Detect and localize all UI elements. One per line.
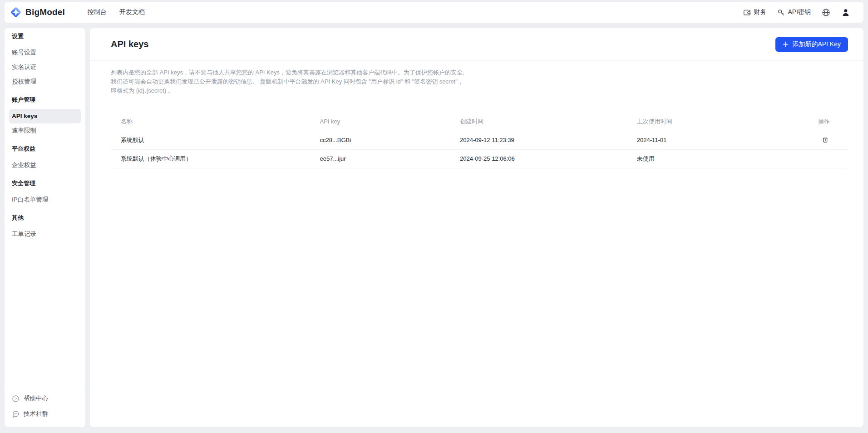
help-center-link[interactable]: ? 帮助中心 (5, 391, 85, 406)
actions-cell (789, 131, 848, 149)
key-name-cell: 系统默认 (111, 131, 310, 149)
help-icon: ? (12, 395, 20, 403)
sidebar-group-title: 设置 (5, 32, 85, 41)
sidebar-item-realname-auth[interactable]: 实名认证 (9, 60, 81, 74)
last-used-cell: 未使用 (627, 149, 789, 168)
api-keys-table: 名称 API key 创建时间 上次使用时间 操作 系统默认 cc28...BG… (111, 113, 848, 168)
top-nav: 控制台 开发文档 (88, 8, 145, 16)
table-row: 系统默认（体验中心调用） ee57...ijur 2024-09-25 12:0… (111, 149, 848, 168)
key-name-cell: 系统默认（体验中心调用） (111, 149, 310, 168)
top-bar: BigModel 控制台 开发文档 财务 API密钥 (5, 2, 863, 23)
sidebar-item-ip-whitelist[interactable]: IP白名单管理 (9, 192, 81, 207)
user-avatar[interactable] (841, 8, 850, 17)
table-row: 系统默认 cc28...BGBi 2024-09-12 11:23:39 202… (111, 131, 848, 149)
api-key-cell: cc28...BGBi (310, 131, 450, 149)
sidebar-group-settings: 设置 账号设置 实名认证 授权管理 (5, 32, 85, 89)
bigmodel-logo-icon (10, 6, 22, 18)
col-header-api-key: API key (310, 113, 450, 131)
sidebar-group-title: 平台权益 (5, 144, 85, 153)
sidebar-item-rate-limit[interactable]: 速率限制 (9, 123, 81, 138)
last-used-cell: 2024-11-01 (627, 131, 789, 149)
api-keys-label: API密钥 (788, 8, 811, 16)
content-shell: 设置 账号设置 实名认证 授权管理 账户管理 API keys 速率限制 平台权… (5, 28, 863, 427)
col-header-name: 名称 (111, 113, 310, 131)
nav-console[interactable]: 控制台 (88, 8, 107, 16)
main-header: API keys 添加新的API Key (90, 28, 863, 61)
billing-label: 财务 (754, 8, 766, 16)
key-icon (777, 9, 785, 16)
billing-link[interactable]: 财务 (743, 8, 766, 16)
sidebar-item-api-keys[interactable]: API keys (9, 109, 81, 123)
community-label: 技术社群 (24, 410, 48, 418)
created-at-cell: 2024-09-12 11:23:39 (450, 131, 627, 149)
col-header-actions: 操作 (789, 113, 848, 131)
main-body: 列表内是您的全部 API keys，请不要与他人共享您您的 API Keys，避… (90, 61, 863, 168)
col-header-created: 创建时间 (450, 113, 627, 131)
sidebar-group-title: 账户管理 (5, 95, 85, 104)
sidebar-item-tickets[interactable]: 工单记录 (9, 227, 81, 241)
wallet-icon (743, 9, 751, 16)
sidebar-item-authorization[interactable]: 授权管理 (9, 74, 81, 89)
sidebar-item-account-settings[interactable]: 账号设置 (9, 45, 81, 60)
sidebar-group-security: 安全管理 IP白名单管理 (5, 179, 85, 207)
brand-name: BigModel (25, 7, 65, 17)
sidebar-group-other: 其他 工单记录 (5, 213, 85, 241)
sidebar-group-title: 安全管理 (5, 179, 85, 188)
col-header-last-used: 上次使用时间 (627, 113, 789, 131)
table-header-row: 名称 API key 创建时间 上次使用时间 操作 (111, 113, 848, 131)
language-globe-button[interactable] (822, 8, 830, 17)
sidebar: 设置 账号设置 实名认证 授权管理 账户管理 API keys 速率限制 平台权… (5, 28, 85, 427)
page-title: API keys (111, 39, 148, 49)
sidebar-footer: ? 帮助中心 技术社群 (5, 386, 85, 427)
sidebar-group-account: 账户管理 API keys 速率限制 (5, 95, 85, 138)
add-api-key-button[interactable]: 添加新的API Key (775, 37, 848, 52)
created-at-cell: 2024-09-25 12:06:06 (450, 149, 627, 168)
sidebar-group-platform-benefits: 平台权益 企业权益 (5, 144, 85, 172)
add-api-key-label: 添加新的API Key (792, 40, 841, 49)
actions-cell (789, 149, 848, 168)
api-keys-description: 列表内是您的全部 API keys，请不要与他人共享您您的 API Keys，避… (111, 68, 466, 95)
delete-key-button[interactable] (821, 135, 830, 144)
brand[interactable]: BigModel (10, 6, 65, 18)
api-key-cell: ee57...ijur (310, 149, 450, 168)
api-keys-link[interactable]: API密钥 (777, 8, 811, 16)
sidebar-group-title: 其他 (5, 213, 85, 222)
nav-docs[interactable]: 开发文档 (119, 8, 145, 16)
main-panel: API keys 添加新的API Key 列表内是您的全部 API keys，请… (90, 28, 863, 427)
top-actions: 财务 API密钥 (743, 8, 850, 17)
sidebar-item-enterprise-benefits[interactable]: 企业权益 (9, 158, 81, 172)
community-link[interactable]: 技术社群 (5, 406, 85, 422)
help-center-label: 帮助中心 (24, 394, 48, 403)
chat-bubble-icon (12, 410, 20, 418)
svg-text:?: ? (15, 396, 17, 401)
plus-icon (783, 41, 789, 47)
